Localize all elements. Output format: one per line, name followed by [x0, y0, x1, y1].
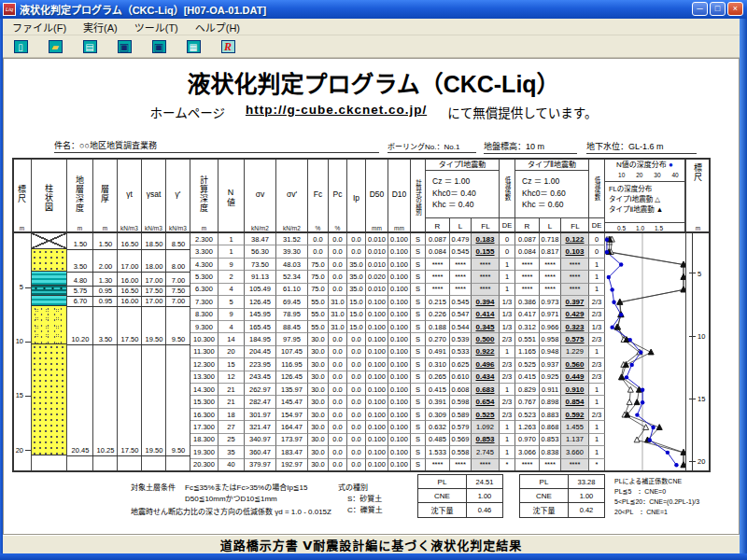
table-cell: 18	[218, 409, 245, 421]
depth-profile-chart	[605, 233, 685, 471]
condition-line2: D50≦10mmかつD10≦1mm	[185, 493, 277, 503]
table-cell: S	[411, 409, 426, 421]
table-cell: 0.323	[561, 321, 589, 333]
pl-note-line: PL≦5 ：CNE=0	[614, 486, 666, 496]
soil-layer	[32, 286, 66, 296]
table-cell: ****	[450, 271, 472, 283]
table-cell: ****	[450, 284, 472, 296]
new-file-icon: ▯	[14, 40, 28, 53]
table-cell: 16.300	[190, 409, 218, 421]
table-cell: 0.485	[426, 434, 450, 446]
status-bar: 道路橋示方書 Ⅴ耐震設計編に基づく液状化判定結果	[3, 535, 740, 553]
table-cell: 0.100	[388, 396, 411, 408]
layer-value: 9.50	[166, 446, 190, 455]
table-cell: 12	[218, 371, 245, 384]
table-cell: 0.0	[347, 384, 366, 396]
table-cell: 154.97	[276, 409, 308, 421]
table-cell: 1.229	[561, 346, 589, 358]
layer-value: 19.50	[142, 335, 166, 343]
layer-value: 3.50	[93, 335, 118, 343]
open-file-button[interactable]: ▰	[46, 38, 64, 55]
table-cell: 31.0	[329, 309, 347, 321]
table-cell: 0.397	[561, 296, 589, 308]
window-border-right	[740, 19, 747, 560]
table-cell: ****	[561, 259, 589, 271]
table-cell: ****	[472, 284, 500, 296]
table-cell: S	[411, 358, 426, 371]
table-cell: 1.092	[472, 421, 500, 433]
table-cell: 15.300	[190, 396, 218, 408]
table-cell: 0.100	[388, 421, 411, 433]
save-button[interactable]: ▣	[115, 38, 134, 55]
layer-value: 7.50	[166, 287, 190, 295]
table-cell: 69.45	[276, 296, 308, 308]
table-cell: 31.52	[276, 233, 308, 245]
table-cell: 0.100	[366, 384, 388, 396]
save-as-button[interactable]: ▣	[149, 38, 168, 55]
summary-row: 沈下量0.42	[520, 503, 604, 517]
homepage-link[interactable]: http://g-cube.ckcnet.co.jp/	[246, 103, 427, 121]
menu-file[interactable]: ファイル(F)	[4, 18, 75, 36]
layer-value: 8.50	[166, 240, 190, 248]
subject-field: 件名：○○地区地質調査業務	[54, 139, 379, 153]
table-cell: 0.479	[450, 233, 472, 245]
new-file-button[interactable]: ▯	[11, 38, 30, 55]
table-cell: 0.973	[540, 296, 561, 308]
table-cell: S	[411, 396, 426, 408]
calc-grid: 2.300138.4731.520.00.00.00.0100.100S0.08…	[190, 233, 605, 471]
table-cell: ****	[540, 259, 561, 271]
table-cell: 30.0	[308, 371, 329, 384]
menu-tools[interactable]: ツール(T)	[126, 18, 187, 36]
table-cell: ****	[426, 271, 450, 283]
table-cell: 0.386	[515, 296, 540, 308]
minimize-button[interactable]: ─	[692, 2, 708, 16]
table-cell: 0.100	[366, 371, 388, 384]
table-cell: ****	[426, 259, 450, 271]
table-cell: ****	[540, 271, 561, 283]
table-cell: 0.100	[366, 296, 388, 308]
close-button[interactable]: ×	[727, 2, 743, 16]
report-button[interactable]: R	[218, 38, 237, 55]
table-cell: 31.0	[329, 321, 347, 333]
table-cell: 262.97	[245, 384, 276, 396]
table-cell: 31.0	[329, 296, 347, 308]
table-cell: 30.0	[308, 434, 329, 446]
table-cell: 145.95	[245, 309, 276, 321]
column-header: Pc%	[329, 159, 347, 233]
table-cell: 14.300	[190, 384, 218, 396]
column-header: D10mm	[388, 159, 411, 233]
table-cell: 0.100	[366, 434, 388, 446]
table-cell: 0.533	[450, 346, 472, 358]
fl-tick-label: 1.0	[636, 225, 644, 231]
table-cell: 0.100	[388, 358, 411, 371]
table-cell: 0.958	[540, 333, 561, 345]
data-table-button[interactable]: ▦	[184, 38, 203, 55]
water-level-field: 地下水位：GL-1.6 m	[586, 140, 697, 154]
menu-run[interactable]: 実行(A)	[75, 18, 126, 36]
n-tick-label: 40	[671, 172, 678, 178]
table-cell: 0.394	[472, 296, 500, 308]
table-cell: ****	[450, 259, 472, 271]
table-cell: 55.0	[308, 309, 329, 321]
table-cell: 0.925	[540, 371, 561, 384]
title-bar[interactable]: Liq 液状化判定プログラム（CKC-Liq）[H07-OA-01.DAT] ─…	[0, 0, 747, 19]
table-cell: ****	[472, 459, 500, 471]
table-cell: S	[411, 233, 426, 245]
n-tick-label: 20	[636, 172, 642, 178]
table-cell: 0	[500, 233, 515, 245]
table-cell: 0.100	[366, 421, 388, 433]
table-cell: 0.579	[450, 421, 472, 433]
table-cell: S	[411, 346, 426, 358]
table-cell: 30.0	[308, 446, 329, 458]
type1-de-header: 低減係数 DE	[500, 159, 515, 233]
table-cell: 75.0	[308, 271, 329, 283]
edit-data-button[interactable]: ▤	[80, 38, 99, 55]
type1-title: タイプⅠ地震動	[426, 159, 499, 171]
table-cell: 0.100	[388, 233, 411, 245]
table-cell: 0.100	[366, 321, 388, 333]
menu-help[interactable]: ヘルプ(H)	[187, 18, 248, 36]
maximize-button[interactable]: □	[710, 2, 726, 16]
table-cell: 1	[500, 421, 515, 433]
table-cell: 91.13	[245, 271, 276, 283]
table-cell: 0.610	[450, 371, 472, 384]
